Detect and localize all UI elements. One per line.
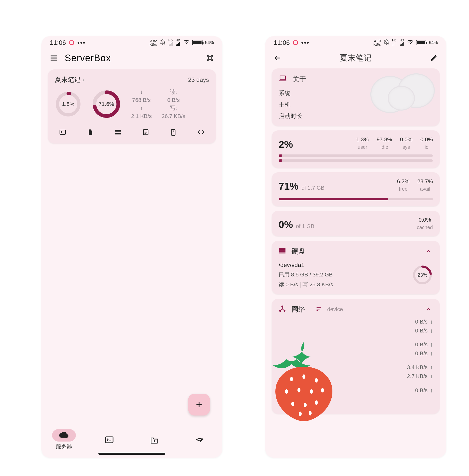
chevron-up-icon[interactable] — [424, 305, 433, 314]
home-indicator[interactable] — [98, 453, 165, 455]
cpu-metrics: 1.3%user 97.8%idle 0.0%sys 0.0%io — [356, 136, 433, 150]
cpu-idle-l: idle — [377, 144, 392, 150]
dnd-icon — [383, 39, 390, 47]
cloud-icon — [59, 431, 69, 440]
net0-up: 0 B/s — [415, 319, 428, 325]
code-icon[interactable] — [196, 127, 206, 138]
disk-path: /dev/vda1 — [279, 262, 333, 268]
phone-right: 11:06 ••• 4.10KB/s HD HD 94% 夏末笔记 — [265, 36, 446, 458]
page-title: 夏末笔记 — [289, 53, 423, 63]
wifi-icon — [183, 40, 190, 46]
svg-point-27 — [304, 403, 307, 407]
server-uptime: 23 days — [188, 76, 209, 83]
net3-label: dock — [279, 387, 291, 394]
process-icon[interactable] — [140, 127, 151, 138]
up-arrow-icon: ↑ — [430, 387, 433, 394]
cpu-idle-v: 97.8% — [377, 136, 392, 143]
cpu-card[interactable]: 2% 1.3%user 97.8%idle 0.0%sys 0.0%io — [272, 130, 440, 168]
disk-gauge-label: 23% — [412, 265, 433, 285]
signal-hd2-icon: HD — [176, 39, 181, 47]
cpu-user-l: user — [356, 144, 369, 150]
about-uptime: 启动时长 — [279, 112, 433, 120]
net1-down: 0 B/s — [415, 350, 428, 357]
chevron-up-icon[interactable] — [424, 247, 433, 256]
mem-of: of 1.7 GB — [301, 185, 324, 191]
add-server-fab[interactable]: + — [188, 394, 210, 416]
about-card[interactable]: 关于 系统 主机 启动时长 — [272, 68, 440, 126]
container-icon[interactable] — [113, 127, 123, 138]
mem-value: 71% — [279, 181, 298, 192]
net-iface-1: 0 B/s↑ 0 B/s↓ — [279, 341, 433, 357]
nav-files[interactable] — [143, 434, 166, 446]
battery-pct: 94% — [429, 40, 438, 45]
cpu-bar-core1 — [279, 159, 433, 162]
disk-read-value: 0 B/s — [167, 97, 180, 104]
signal-hd-icon: HD — [168, 39, 173, 47]
net-down-value: 768 B/s — [132, 97, 151, 104]
cpu-gauge: 1.8% — [55, 91, 82, 118]
cpu-io-v: 0.0% — [420, 136, 433, 143]
cpu-bar-core0 — [279, 154, 433, 157]
cpu-sys-l: sys — [400, 144, 412, 150]
mem-gauge-label: 71.6% — [91, 89, 121, 119]
edit-button[interactable] — [428, 52, 440, 64]
net2-down: 2.7 KB/s — [407, 373, 428, 380]
nav-ping[interactable] — [188, 434, 212, 446]
cpu-value: 2% — [279, 139, 293, 150]
server-card[interactable]: 夏末笔记 › 23 days 1.8% — [48, 69, 216, 144]
disk-read-label: 读: — [170, 89, 177, 96]
status-time: 11:06 — [274, 39, 290, 47]
svg-point-28 — [315, 400, 318, 405]
file-icon[interactable] — [85, 127, 96, 138]
svg-rect-11 — [279, 248, 286, 250]
mem-avail-v: 28.7% — [417, 178, 433, 185]
nav-servers[interactable]: 服务器 — [52, 429, 76, 450]
package-icon[interactable] — [168, 127, 179, 138]
mem-card[interactable]: 71%of 1.7 GB 6.2%free 28.7%avail — [272, 172, 440, 206]
nav-ssh[interactable] — [97, 434, 121, 446]
svg-rect-4 — [60, 130, 66, 135]
server-name[interactable]: 夏末笔记 › — [55, 75, 84, 84]
swap-cached-l: cached — [417, 225, 433, 230]
status-more-icon: ••• — [301, 39, 309, 47]
net-heading: 网络 — [292, 305, 305, 314]
svg-rect-6 — [115, 133, 121, 135]
svg-point-30 — [309, 411, 312, 416]
svg-rect-10 — [280, 76, 286, 80]
net-iface-3: dock 0 B/s↑ — [279, 387, 433, 394]
laptop-icon — [279, 75, 287, 84]
net3-up: 0 B/s — [415, 387, 428, 394]
sort-icon[interactable] — [316, 305, 322, 313]
battery-icon — [192, 40, 203, 45]
scan-icon[interactable] — [204, 52, 216, 64]
status-net-speed: 4.10KB/s — [373, 39, 381, 46]
status-app-icon — [293, 40, 298, 45]
app-bar: 夏末笔记 — [265, 49, 446, 67]
swap-card[interactable]: 0%of 1 GB 0.0%cached — [272, 211, 440, 236]
menu-icon[interactable] — [48, 52, 60, 64]
net2-up: 3.4 KB/s — [407, 364, 428, 371]
back-button[interactable] — [272, 52, 284, 64]
disk-used: 已用 8.5 GB / 39.2 GB — [279, 271, 333, 278]
status-app-icon — [69, 40, 74, 45]
cpu-sys-v: 0.0% — [400, 136, 412, 143]
server-name-text: 夏末笔记 — [55, 75, 81, 84]
terminal-icon[interactable] — [57, 127, 68, 138]
app-title: ServerBox — [65, 53, 111, 63]
net-filter[interactable]: device — [327, 306, 343, 313]
server-tools — [55, 127, 209, 138]
signal-hd2-icon: HD — [400, 39, 405, 47]
svg-rect-5 — [115, 130, 121, 132]
signal-hd-icon: HD — [392, 39, 397, 47]
disk-heading: 硬盘 — [292, 247, 305, 256]
disk-gauge: 23% — [412, 265, 433, 285]
net-card[interactable]: 网络 device 0 B/s↑ 0 B/s↓ 0 B/s↑ 0 B/s↓ 3.… — [272, 299, 440, 414]
mem-avail-l: avail — [417, 186, 433, 192]
swap-value: 0% — [279, 219, 293, 230]
disk-card[interactable]: 硬盘 /dev/vda1 已用 8.5 GB / 39.2 GB 读 0 B/s… — [272, 241, 440, 294]
up-arrow-icon: ↑ — [430, 341, 433, 348]
battery-icon — [416, 40, 426, 45]
storage-icon — [279, 247, 286, 256]
down-arrow-icon: ↓ — [430, 373, 433, 380]
cpu-gauge-label: 1.8% — [55, 91, 82, 118]
